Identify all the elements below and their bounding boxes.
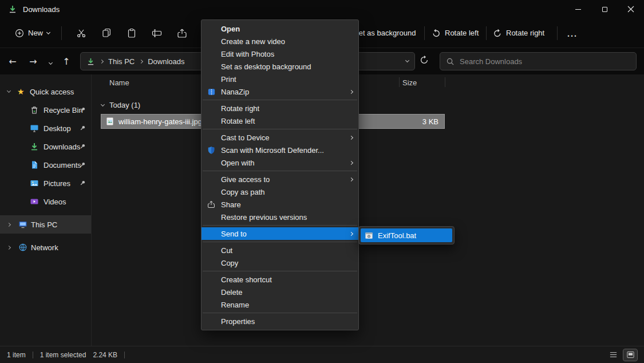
rotate-right-icon xyxy=(493,29,502,38)
copy-button[interactable] xyxy=(97,23,116,43)
menu-item-restore-previous-versions[interactable]: Restore previous versions xyxy=(202,211,358,223)
menu-item-cast-to-device[interactable]: Cast to Device xyxy=(202,131,358,144)
scissors-icon xyxy=(76,28,86,38)
menu-item-cut[interactable]: Cut xyxy=(202,244,358,257)
menu-item-open-with[interactable]: Open with xyxy=(202,156,358,169)
recent-locations-button[interactable] xyxy=(44,56,57,66)
thumbnail-view-button[interactable] xyxy=(623,349,637,361)
downloads-folder-icon xyxy=(30,142,39,151)
sidebar-item-videos[interactable]: Videos xyxy=(0,192,91,211)
submenu-item-label: ExifTool.bat xyxy=(378,231,416,240)
back-icon: ← xyxy=(9,56,16,67)
window-title: Downloads xyxy=(23,5,60,14)
menu-separator xyxy=(203,271,357,271)
menu-item-edit-with-photos[interactable]: Edit with Photos xyxy=(202,48,358,60)
rotate-left-icon xyxy=(432,29,441,38)
menu-item-rotate-right[interactable]: Rotate right xyxy=(202,102,358,115)
rename-button[interactable] xyxy=(147,23,167,43)
sidebar: ★ Quick access Recycle Bin Desktop Downl… xyxy=(0,74,92,346)
sidebar-item-downloads[interactable]: Downloads xyxy=(0,137,91,156)
column-divider[interactable] xyxy=(445,77,445,87)
group-header-today[interactable]: Today (1) xyxy=(101,101,140,109)
sidebar-item-documents[interactable]: Documents xyxy=(0,156,91,174)
refresh-button[interactable] xyxy=(420,56,429,67)
documents-icon xyxy=(30,160,39,169)
menu-item-copy[interactable]: Copy xyxy=(202,257,358,269)
menu-separator xyxy=(203,129,357,129)
menu-item-copy-as-path[interactable]: Copy as path xyxy=(202,186,358,198)
back-button[interactable]: ← xyxy=(5,56,20,67)
status-divider xyxy=(124,352,125,358)
submenu-item-exiftool-bat[interactable]: ExifTool.bat xyxy=(361,228,452,242)
status-bar: 1 item 1 item selected 2.24 KB xyxy=(0,346,644,363)
group-collapse-icon[interactable] xyxy=(101,102,105,106)
expander-icon[interactable] xyxy=(7,89,11,93)
pin-icon xyxy=(80,125,86,131)
rotate-right-button[interactable]: Rotate right xyxy=(493,29,544,38)
search-box[interactable] xyxy=(440,52,637,70)
minimize-icon xyxy=(575,9,581,10)
sidebar-item-desktop[interactable]: Desktop xyxy=(0,119,91,137)
submenu-arrow-icon xyxy=(350,178,353,181)
menu-item-scan-with-microsoft-defender[interactable]: Scan with Microsoft Defender... xyxy=(202,144,358,156)
menu-item-rotate-left[interactable]: Rotate left xyxy=(202,115,358,127)
column-header-name[interactable]: Name xyxy=(109,78,129,87)
toolbar-divider xyxy=(61,26,62,40)
column-divider[interactable] xyxy=(399,77,400,87)
menu-item-nanazip[interactable]: NanaZip xyxy=(202,85,358,98)
search-input[interactable] xyxy=(460,57,630,66)
breadcrumb-downloads[interactable]: Downloads xyxy=(148,57,184,66)
pin-icon xyxy=(80,106,86,113)
see-more-button[interactable]: … xyxy=(567,31,578,35)
minimize-button[interactable] xyxy=(565,0,591,18)
menu-item-give-access-to[interactable]: Give access to xyxy=(202,173,358,186)
downloads-location-icon xyxy=(86,57,95,66)
submenu-arrow-icon xyxy=(350,136,353,139)
new-button-label: New xyxy=(28,29,43,37)
menu-item-set-as-desktop-background[interactable]: Set as desktop background xyxy=(202,60,358,73)
sidebar-item-pictures[interactable]: Pictures xyxy=(0,174,91,192)
file-name: william-henry-gates-iii.jpg xyxy=(118,117,202,126)
details-view-button[interactable] xyxy=(606,349,620,361)
menu-item-create-shortcut[interactable]: Create shortcut xyxy=(202,273,358,286)
expander-icon[interactable] xyxy=(7,222,11,226)
nanazip-icon xyxy=(207,88,216,96)
sidebar-item-network[interactable]: Network xyxy=(0,238,91,257)
new-button[interactable]: New xyxy=(10,25,54,41)
forward-button[interactable]: → xyxy=(26,56,41,67)
menu-item-create-a-new-video[interactable]: Create a new video xyxy=(202,35,358,48)
up-button[interactable]: ↑ xyxy=(59,56,74,67)
paste-button[interactable] xyxy=(122,23,141,43)
menu-item-print[interactable]: Print xyxy=(202,73,358,85)
menu-item-properties[interactable]: Properties xyxy=(202,315,358,328)
recycle-bin-icon xyxy=(30,105,39,115)
maximize-button[interactable] xyxy=(591,0,618,18)
close-button[interactable] xyxy=(618,0,644,18)
sidebar-item-this-pc[interactable]: This PC xyxy=(0,215,91,234)
expander-icon[interactable] xyxy=(7,245,11,249)
menu-item-rename[interactable]: Rename xyxy=(202,298,358,311)
menu-item-send-to[interactable]: Send to xyxy=(202,227,358,240)
sidebar-item-quick-access[interactable]: ★ Quick access xyxy=(0,82,91,101)
menu-separator xyxy=(203,171,357,171)
breadcrumb-this-pc[interactable]: This PC xyxy=(108,57,135,66)
batch-file-icon xyxy=(365,231,373,240)
selected-count: 1 item selected xyxy=(40,351,86,359)
share-button[interactable] xyxy=(172,23,192,43)
rotate-left-button[interactable]: Rotate left xyxy=(432,29,479,38)
menu-item-delete[interactable]: Delete xyxy=(202,286,358,298)
menu-separator xyxy=(203,313,357,313)
menu-item-share[interactable]: Share xyxy=(202,198,358,211)
rotate-left-label: Rotate left xyxy=(445,29,479,37)
image-file-icon xyxy=(105,117,114,126)
menu-item-open[interactable]: Open xyxy=(202,22,358,35)
file-list: Name Size Today (1) william-henry-gates-… xyxy=(92,74,644,346)
sidebar-item-recycle-bin[interactable]: Recycle Bin xyxy=(0,101,91,119)
rename-icon xyxy=(152,28,162,38)
cut-button[interactable] xyxy=(72,23,91,43)
toolbar-divider xyxy=(424,26,425,40)
address-dropdown-icon[interactable] xyxy=(405,58,409,62)
column-header-size[interactable]: Size xyxy=(402,78,417,87)
details-view-icon xyxy=(609,350,618,359)
search-icon xyxy=(446,57,455,66)
